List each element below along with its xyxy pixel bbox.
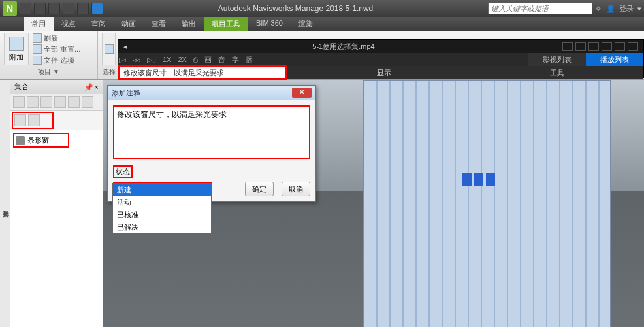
- pin-icon[interactable]: 📌: [84, 83, 92, 91]
- qat-save-icon[interactable]: [48, 3, 60, 14]
- dropdown-item-active[interactable]: 活动: [113, 196, 211, 209]
- sets-toolbar-highlighted: [12, 112, 54, 129]
- title-bar: N Autodesk Navisworks Manage 2018 5-1.nw…: [0, 0, 644, 17]
- sets-panel-title: 集合: [14, 82, 29, 92]
- selection-tree-tab[interactable]: 选择树: [0, 80, 10, 327]
- panel-project-label: 项目 ▼: [4, 66, 93, 78]
- select-button[interactable]: [102, 33, 116, 65]
- video-settings-icon[interactable]: [588, 42, 599, 51]
- grp-display: 显示: [377, 68, 391, 78]
- sets-tool-4[interactable]: [54, 96, 66, 108]
- ribbon-tabs: 常用 视点 审阅 动画 查看 输出 项目工具 BIM 360 渲染: [0, 17, 644, 31]
- sets-tool-6[interactable]: [82, 96, 93, 108]
- tab-review[interactable]: 审阅: [84, 17, 114, 31]
- video-min-icon[interactable]: [562, 42, 573, 51]
- attach-icon: [9, 37, 24, 51]
- file-options-icon: [33, 56, 42, 65]
- video-tab-playlist[interactable]: 播放列表: [586, 53, 643, 66]
- search-input[interactable]: [488, 3, 592, 14]
- status-label: 状态: [113, 165, 133, 178]
- video-prev-icon[interactable]: ▯◃: [118, 56, 126, 64]
- dialog-close-button[interactable]: ✕: [292, 88, 312, 98]
- tab-project-tools[interactable]: 项目工具: [204, 17, 248, 31]
- dropdown-icon[interactable]: ▾: [637, 5, 641, 13]
- sets-tool-5[interactable]: [68, 96, 80, 108]
- sets-panel: 集合 📌 × 条形窗: [10, 80, 103, 327]
- help-icon[interactable]: ⛭: [595, 5, 602, 12]
- highlighted-window-1: [462, 173, 472, 186]
- app-title: Autodesk Navisworks Manage 2018 5-1.nwd: [106, 4, 485, 13]
- ok-button[interactable]: 确定: [245, 182, 274, 196]
- sets-tool-2[interactable]: [27, 96, 39, 108]
- cancel-button[interactable]: 取消: [282, 182, 310, 196]
- highlighted-window-3: [486, 173, 495, 186]
- comment-textarea[interactable]: [113, 105, 310, 159]
- grp-tools: 工具: [550, 68, 564, 78]
- speed-2x[interactable]: 2X: [178, 56, 186, 63]
- reset-all-button[interactable]: 全部 重置...: [31, 44, 82, 54]
- video-next-icon[interactable]: ▷▯: [147, 56, 156, 64]
- sets-tool-3[interactable]: [40, 96, 52, 108]
- dropdown-item-resolved[interactable]: 已解决: [113, 221, 211, 233]
- ctrl-audio[interactable]: 音: [218, 55, 225, 65]
- tab-home[interactable]: 常用: [24, 17, 54, 31]
- building-model: [363, 80, 611, 327]
- refresh-icon: [33, 33, 42, 43]
- video-tab-movies[interactable]: 影视列表: [528, 53, 586, 66]
- tab-view[interactable]: 查看: [144, 17, 174, 31]
- panel-select-label: 选择: [102, 66, 116, 78]
- ribbon-panel-project: 附加 刷新 全部 重置... 文件 选项 项目 ▼: [0, 31, 98, 79]
- panel-close-icon[interactable]: ×: [95, 83, 99, 91]
- sets-save-icon[interactable]: [14, 114, 26, 126]
- tab-bim360[interactable]: BIM 360: [248, 17, 291, 31]
- cursor-icon: [105, 44, 114, 54]
- video-max-icon[interactable]: [615, 42, 625, 51]
- video-rewind-icon[interactable]: ◃◃: [133, 56, 140, 64]
- attach-button[interactable]: 附加: [4, 33, 29, 65]
- qat-open-icon[interactable]: [34, 3, 46, 14]
- video-layout-icon[interactable]: [575, 42, 586, 51]
- qat-new-icon[interactable]: [20, 3, 31, 14]
- tab-render[interactable]: 渲染: [291, 17, 321, 31]
- video-minimize-icon[interactable]: [602, 42, 612, 51]
- tree-item-strip-window[interactable]: 条形窗: [13, 133, 69, 148]
- ctrl-subtitle[interactable]: 字: [232, 55, 239, 65]
- app-logo[interactable]: N: [3, 1, 17, 16]
- qat-redo-icon[interactable]: [77, 3, 89, 14]
- status-dropdown-list: 新建 活动 已核准 已解决: [112, 183, 212, 234]
- highlighted-window-2: [474, 173, 483, 186]
- qat-undo-icon[interactable]: [63, 3, 74, 14]
- user-icon[interactable]: 👤: [606, 5, 615, 13]
- dropdown-item-approved[interactable]: 已核准: [113, 209, 211, 221]
- video-close-icon[interactable]: [628, 42, 638, 51]
- workspace: 选择树 集合 📌 × 条形窗: [0, 80, 644, 327]
- login-link[interactable]: 登录: [619, 4, 634, 14]
- sets-tree[interactable]: 条形窗: [10, 130, 103, 327]
- speed-1x[interactable]: 1X: [163, 56, 171, 63]
- file-options-button[interactable]: 文件 选项: [31, 55, 82, 65]
- video-title: 5-1使用选择集.mp4: [127, 42, 560, 52]
- ribbon-panel-select: 选择: [98, 31, 120, 79]
- ctrl-draw[interactable]: 画: [204, 55, 212, 65]
- sets-folder-icon[interactable]: [28, 114, 40, 126]
- tab-viewpoint[interactable]: 视点: [54, 17, 84, 31]
- tab-output[interactable]: 输出: [174, 17, 204, 31]
- ctrl-play[interactable]: 播: [246, 55, 253, 65]
- set-icon: [16, 136, 25, 145]
- refresh-button[interactable]: 刷新: [31, 33, 82, 43]
- dialog-title: 添加注释: [112, 88, 140, 98]
- tree-item-label: 条形窗: [27, 135, 49, 145]
- qat-select-icon[interactable]: [91, 3, 103, 14]
- sets-toolbar: [10, 94, 103, 111]
- dropdown-item-new[interactable]: 新建: [113, 184, 211, 196]
- sets-tool-1[interactable]: [13, 96, 25, 108]
- tab-animation[interactable]: 动画: [114, 17, 144, 31]
- reset-icon: [33, 44, 42, 54]
- video-screenshot-icon[interactable]: ⎙: [193, 56, 198, 63]
- annotation-preview-bar: 修改该窗尺寸，以满足采光要求: [118, 65, 287, 80]
